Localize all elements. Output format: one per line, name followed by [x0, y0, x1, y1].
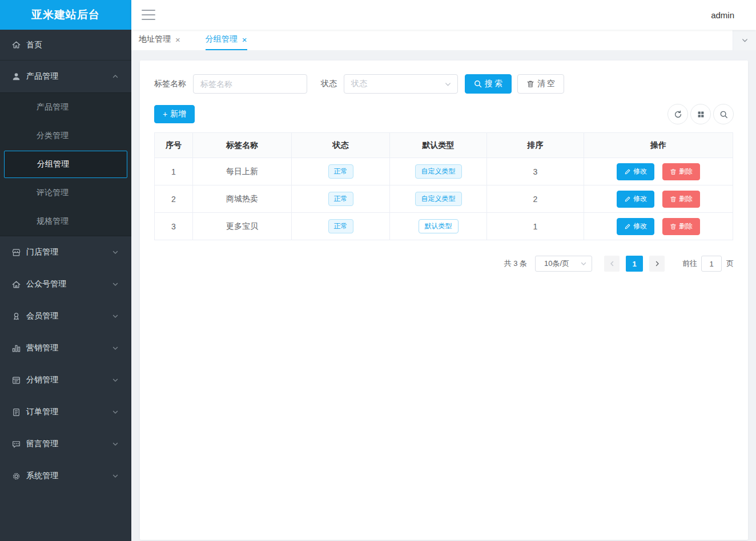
trash-icon [526, 80, 534, 88]
column-settings-button[interactable] [690, 104, 711, 124]
search-form: 标签名称 状态 状态 搜索 [154, 74, 734, 94]
status-select[interactable]: 状态 [344, 74, 458, 94]
sidebar-item-system-management[interactable]: 系统管理 [0, 460, 131, 492]
cell-index: 3 [155, 213, 193, 240]
pencil-icon [624, 223, 631, 230]
sidebar-item-marketing-management[interactable]: 营销管理 [0, 332, 131, 364]
sidebar-nav: 首页 产品管理 产品管理 分类管理 分组管理 评论管理 规格管理 门店管理 [0, 30, 131, 541]
cell-index: 1 [155, 158, 193, 185]
goto-label: 前往 [682, 259, 697, 269]
user-menu[interactable]: admin [711, 10, 734, 20]
type-badge: 自定义类型 [415, 164, 462, 179]
type-badge: 默认类型 [419, 219, 459, 233]
pagination: 共 3 条 10条/页 1 前 [154, 256, 734, 272]
sidebar-subitem-product[interactable]: 产品管理 [0, 93, 131, 122]
sidebar-item-store-management[interactable]: 门店管理 [0, 236, 131, 268]
status-badge: 正常 [328, 192, 353, 206]
cell-name: 更多宝贝 [193, 213, 292, 240]
sidebar-item-message-management[interactable]: 留言管理 [0, 428, 131, 460]
clear-button[interactable]: 清空 [517, 74, 564, 94]
chevron-down-icon [112, 473, 119, 479]
sidebar-subitem-spec[interactable]: 规格管理 [0, 207, 131, 236]
content-area: 标签名称 状态 状态 搜索 [131, 50, 756, 541]
col-header-sort: 排序 [487, 133, 584, 158]
delete-button[interactable]: 删除 [662, 163, 700, 180]
sidebar-item-product-management[interactable]: 产品管理 [0, 60, 131, 92]
edit-button[interactable]: 修改 [617, 191, 654, 208]
sidebar-item-label: 系统管理 [26, 471, 112, 481]
name-input[interactable] [193, 74, 307, 94]
gear-icon [11, 471, 21, 481]
col-header-index: 序号 [155, 133, 193, 158]
sidebar-item-distribution-management[interactable]: 分销管理 [0, 364, 131, 396]
table-toolbar: + 新增 [154, 104, 734, 124]
sidebar-item-label: 会员管理 [26, 311, 112, 321]
page-number-button[interactable]: 1 [626, 256, 643, 272]
sidebar-item-label: 营销管理 [26, 343, 112, 353]
table-row: 2 商城热卖 正常 自定义类型 2 修改 [155, 185, 733, 213]
member-icon [11, 312, 21, 321]
tab-group-management[interactable]: 分组管理 × [206, 30, 247, 50]
refresh-icon [674, 110, 682, 119]
table-header-row: 序号 标签名称 状态 默认类型 排序 操作 [155, 133, 733, 158]
sidebar-item-label: 分销管理 [26, 375, 112, 385]
status-badge: 正常 [328, 219, 353, 233]
sidebar-item-official-account-management[interactable]: 公众号管理 [0, 268, 131, 300]
home-icon [11, 40, 21, 50]
app-logo: 亚米建站后台 [0, 0, 131, 30]
sidebar-item-label: 订单管理 [26, 407, 112, 417]
order-icon [11, 407, 21, 417]
status-badge: 正常 [328, 164, 353, 179]
edit-button[interactable]: 修改 [617, 218, 654, 235]
status-field-label: 状态 [321, 79, 337, 89]
tab-bar: 地址管理 × 分组管理 × [131, 30, 756, 50]
delete-button[interactable]: 删除 [662, 218, 700, 235]
sidebar-subitem-category[interactable]: 分类管理 [0, 122, 131, 150]
chevron-down-icon [112, 313, 119, 320]
delete-button[interactable]: 删除 [662, 191, 700, 208]
prev-page-button[interactable] [604, 256, 620, 272]
sidebar-item-member-management[interactable]: 会员管理 [0, 300, 131, 332]
col-header-actions: 操作 [584, 133, 733, 158]
chevron-down-icon [444, 80, 452, 88]
chevron-up-icon [112, 73, 119, 80]
trash-icon [670, 223, 677, 230]
chevron-down-icon [741, 37, 749, 44]
page-size-select[interactable]: 10条/页 [535, 256, 592, 272]
close-icon[interactable]: × [242, 35, 247, 44]
cell-sort: 2 [487, 185, 584, 213]
chevron-down-icon [112, 441, 119, 447]
close-icon[interactable]: × [175, 35, 180, 44]
next-page-button[interactable] [649, 256, 665, 272]
trash-icon [670, 196, 677, 203]
type-badge: 自定义类型 [415, 192, 462, 206]
refresh-button[interactable] [667, 104, 688, 124]
table-tools [667, 104, 734, 124]
chevron-down-icon [112, 409, 119, 415]
goto-page-input[interactable] [701, 256, 722, 272]
add-button[interactable]: + 新增 [154, 105, 195, 123]
cell-index: 2 [155, 185, 193, 213]
chevron-down-icon [112, 377, 119, 383]
pencil-icon [624, 168, 631, 175]
tabs: 地址管理 × 分组管理 × [131, 30, 247, 50]
cell-sort: 1 [487, 213, 584, 240]
sidebar-item-order-management[interactable]: 订单管理 [0, 396, 131, 428]
table-search-button[interactable] [713, 104, 734, 124]
sidebar-subitem-group[interactable]: 分组管理 [4, 151, 127, 178]
store-icon [11, 248, 21, 257]
grid-icon [697, 110, 705, 119]
edit-button[interactable]: 修改 [617, 163, 654, 180]
sidebar: 亚米建站后台 首页 产品管理 产品管理 分类管理 分组管理 评论管理 规格管理 [0, 0, 131, 541]
search-button[interactable]: 搜索 [465, 74, 512, 94]
distribution-icon [11, 376, 21, 385]
tab-dropdown-button[interactable] [733, 30, 756, 50]
tab-address-management[interactable]: 地址管理 × [139, 30, 180, 50]
sidebar-subitem-comment[interactable]: 评论管理 [0, 179, 131, 207]
sidebar-item-label: 公众号管理 [26, 279, 112, 289]
hamburger-icon[interactable] [142, 10, 155, 20]
sidebar-item-home[interactable]: 首页 [0, 30, 131, 60]
bar-chart-icon [11, 344, 21, 353]
search-icon [719, 110, 728, 119]
top-header: admin [131, 0, 756, 30]
